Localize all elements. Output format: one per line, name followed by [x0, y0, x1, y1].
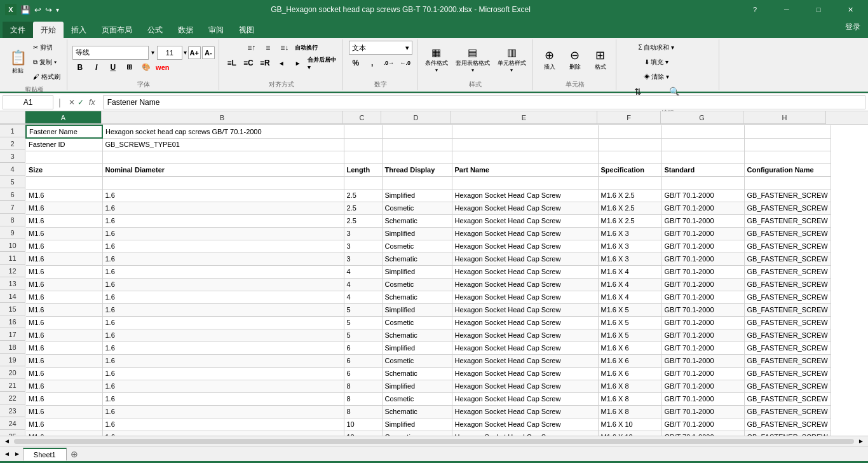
cell-16-0[interactable]: M1.6 — [26, 316, 102, 329]
cell-21-2[interactable]: 8 — [344, 380, 382, 392]
cell-14-4[interactable]: Hexagon Socket Head Cap Screw — [452, 291, 598, 303]
col-header-E[interactable]: E — [451, 111, 597, 124]
cell-14-3[interactable]: Schematic — [382, 291, 452, 303]
row-number-11[interactable]: 11 — [0, 252, 25, 265]
align-middle-button[interactable]: ≡ — [261, 41, 276, 55]
cell-23-2[interactable]: 8 — [344, 405, 382, 418]
cell-17-7[interactable]: GB_FASTENER_SCREW — [744, 329, 831, 342]
cell-12-2[interactable]: 4 — [344, 265, 382, 278]
cell-13-4[interactable]: Hexagon Socket Head Cap Screw — [452, 278, 598, 291]
cell-14-1[interactable]: 1.6 — [102, 291, 344, 303]
row-number-16[interactable]: 16 — [0, 315, 25, 328]
cell-21-6[interactable]: GB/T 70.1-2000 — [661, 380, 744, 392]
col-header-B[interactable]: B — [102, 111, 343, 124]
cell-22-6[interactable]: GB/T 70.1-2000 — [661, 392, 744, 405]
cell-8-0[interactable]: M1.6 — [26, 214, 102, 227]
cell-8-6[interactable]: GB/T 70.1-2000 — [661, 214, 744, 227]
paste-button[interactable]: 📋 粘贴 — [6, 46, 29, 79]
fill-button[interactable]: ⬇ 填充 ▾ — [642, 55, 672, 69]
cell-24-6[interactable]: GB/T 70.1-2000 — [661, 418, 744, 431]
conditional-format-button[interactable]: ▦ 条件格式 ▾ — [423, 43, 451, 76]
cell-15-6[interactable]: GB/T 70.1-2000 — [661, 303, 744, 316]
cell-2-1[interactable]: GB_SCREWS_TYPE01 — [102, 138, 344, 151]
col-header-H[interactable]: H — [743, 111, 826, 124]
align-left-button[interactable]: ≡L — [224, 56, 240, 70]
cell-21-5[interactable]: M1.6 X 8 — [598, 380, 661, 392]
cell-17-4[interactable]: Hexagon Socket Head Cap Screw — [452, 329, 598, 342]
cell-14-0[interactable]: M1.6 — [26, 291, 102, 303]
format-painter-button[interactable]: 🖌 格式刷 — [31, 70, 63, 84]
login-button[interactable]: 登录 — [837, 19, 868, 35]
cell-14-5[interactable]: M1.6 X 4 — [598, 291, 661, 303]
row-number-20[interactable]: 20 — [0, 366, 25, 379]
cell-25-7[interactable]: GB_FASTENER_SCREW — [744, 431, 831, 436]
cell-8-2[interactable]: 2.5 — [344, 214, 382, 227]
cell-2-2[interactable] — [344, 138, 382, 151]
cell-9-7[interactable]: GB_FASTENER_SCREW — [744, 227, 831, 240]
cell-14-6[interactable]: GB/T 70.1-2000 — [661, 291, 744, 303]
cell-13-6[interactable]: GB/T 70.1-2000 — [661, 278, 744, 291]
cell-20-6[interactable]: GB/T 70.1-2000 — [661, 367, 744, 380]
cell-25-3[interactable]: Cosmetic — [382, 431, 452, 436]
row-number-22[interactable]: 22 — [0, 392, 25, 404]
cell-24-7[interactable]: GB_FASTENER_SCREW — [744, 418, 831, 431]
cell-20-2[interactable]: 6 — [344, 367, 382, 380]
cell-19-0[interactable]: M1.6 — [26, 354, 102, 367]
cell-4-2[interactable]: Length — [344, 163, 382, 176]
row-number-7[interactable]: 7 — [0, 201, 25, 214]
cell-8-5[interactable]: M1.6 X 2.5 — [598, 214, 661, 227]
cell-23-0[interactable]: M1.6 — [26, 405, 102, 418]
cell-18-6[interactable]: GB/T 70.1-2000 — [661, 342, 744, 354]
insert-cells-button[interactable]: ⊕ 插入 — [538, 43, 561, 76]
cell-16-7[interactable]: GB_FASTENER_SCREW — [744, 316, 831, 329]
tab-data[interactable]: 数据 — [170, 22, 201, 38]
cell-24-1[interactable]: 1.6 — [102, 418, 344, 431]
cell-22-5[interactable]: M1.6 X 8 — [598, 392, 661, 405]
cell-19-1[interactable]: 1.6 — [102, 354, 344, 367]
indent-dec-button[interactable]: ◄ — [274, 56, 289, 70]
cell-21-7[interactable]: GB_FASTENER_SCREW — [744, 380, 831, 392]
cell-23-4[interactable]: Hexagon Socket Head Cap Screw — [452, 405, 598, 418]
cell-4-5[interactable]: Specification — [598, 163, 661, 176]
row-number-12[interactable]: 12 — [0, 265, 25, 277]
cell-16-5[interactable]: M1.6 X 5 — [598, 316, 661, 329]
cell-2-0[interactable]: Fastener ID — [26, 138, 102, 151]
cell-1-3[interactable] — [382, 125, 452, 138]
cell-18-4[interactable]: Hexagon Socket Head Cap Screw — [452, 342, 598, 354]
cell-9-4[interactable]: Hexagon Socket Head Cap Screw — [452, 227, 598, 240]
row-number-14[interactable]: 14 — [0, 290, 25, 303]
row-number-24[interactable]: 24 — [0, 417, 25, 430]
cell-15-3[interactable]: Simplified — [382, 303, 452, 316]
cell-22-1[interactable]: 1.6 — [102, 392, 344, 405]
restore-button[interactable]: □ — [806, 0, 831, 19]
scrollbar-track[interactable] — [14, 439, 854, 444]
tab-review[interactable]: 审阅 — [201, 22, 231, 38]
cell-9-2[interactable]: 3 — [344, 227, 382, 240]
row-number-1[interactable]: 1 — [0, 125, 25, 137]
cell-25-2[interactable]: 10 — [344, 431, 382, 436]
row-number-8[interactable]: 8 — [0, 214, 25, 226]
border-button[interactable]: ⊞ — [122, 60, 137, 74]
font-name-input[interactable] — [72, 46, 149, 60]
fill-color-button[interactable]: 🎨 — [139, 60, 154, 74]
cell-1-2[interactable] — [344, 125, 382, 138]
cell-8-3[interactable]: Schematic — [382, 214, 452, 227]
font-color-button[interactable]: wen — [155, 60, 170, 74]
formula-function-icon[interactable]: fx — [86, 97, 98, 107]
cell-10-3[interactable]: Cosmetic — [382, 240, 452, 252]
font-size-input[interactable] — [157, 46, 182, 60]
cell-2-3[interactable] — [382, 138, 452, 151]
cell-18-5[interactable]: M1.6 X 6 — [598, 342, 661, 354]
cell-16-1[interactable]: 1.6 — [102, 316, 344, 329]
sheet-tab-sheet1[interactable]: Sheet1 — [23, 448, 67, 460]
row-number-6[interactable]: 6 — [0, 188, 25, 201]
col-header-A[interactable]: A — [25, 111, 102, 124]
align-right-button[interactable]: ≡R — [257, 56, 273, 70]
cell-20-7[interactable]: GB_FASTENER_SCREW — [744, 367, 831, 380]
cell-5-6[interactable] — [661, 176, 744, 189]
cell-23-5[interactable]: M1.6 X 8 — [598, 405, 661, 418]
cell-16-6[interactable]: GB/T 70.1-2000 — [661, 316, 744, 329]
cell-24-2[interactable]: 10 — [344, 418, 382, 431]
minimize-button[interactable]: ─ — [774, 0, 799, 19]
row-number-23[interactable]: 23 — [0, 404, 25, 417]
